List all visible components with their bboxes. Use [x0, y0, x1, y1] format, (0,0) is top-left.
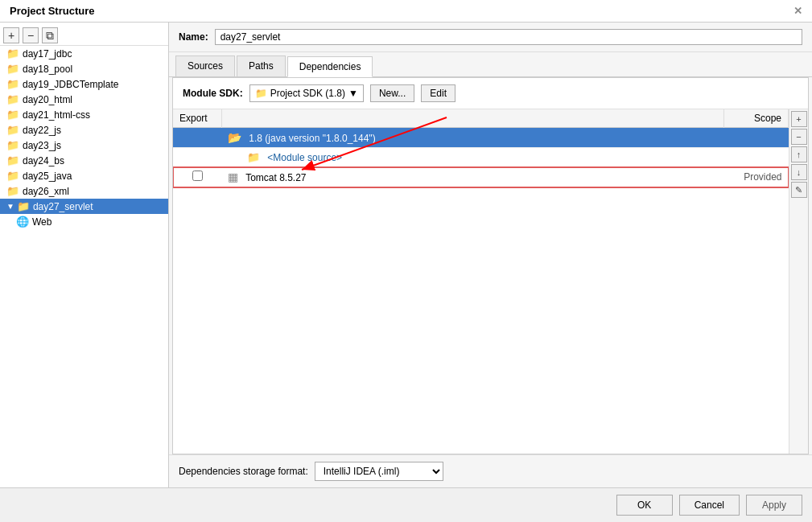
sidebar-item-day27[interactable]: ▼ 📁 day27_servlet — [0, 199, 168, 214]
storage-label: Dependencies storage format: — [179, 466, 308, 477]
folder-icon: 📁 — [6, 78, 19, 90]
folder-icon: 📁 — [6, 47, 19, 60]
sidebar-item-day25[interactable]: 📁 day25_java — [0, 168, 168, 183]
sidebar-item-web[interactable]: 🌐 Web — [0, 214, 168, 229]
sidebar: + − ⧉ 📁 day17_jdbc 📁 day18_pool 📁 day19_… — [0, 23, 169, 487]
footer-bar: OK Cancel Apply — [0, 487, 812, 522]
dep-scope-cell: Provided — [724, 167, 789, 187]
dep-name-cell: ▦ Tomcat 8.5.27 — [221, 167, 724, 187]
dep-label: 1.8 (java version "1.8.0_144") — [249, 133, 375, 144]
close-icon[interactable]: ✕ — [793, 5, 802, 17]
dep-name-cell: 📁 <Module source> — [221, 148, 724, 167]
name-col-header — [221, 109, 724, 128]
sidebar-item-label: day24_bs — [23, 155, 64, 166]
sidebar-item-label: day27_servlet — [33, 201, 93, 212]
web-icon: 🌐 — [16, 216, 29, 228]
dep-label: Tomcat 8.5.27 — [245, 172, 306, 183]
export-col-header: Export — [173, 109, 221, 128]
sdk-select[interactable]: 📁 Project SDK (1.8) ▼ — [249, 84, 364, 102]
expand-chevron: ▼ — [6, 202, 14, 211]
sidebar-item-day22[interactable]: 📁 day22_js — [0, 122, 168, 138]
remove-dep-button[interactable]: − — [791, 129, 807, 145]
content-panel: Name: Sources Paths Dependencies Module … — [169, 23, 812, 487]
storage-bar: Dependencies storage format: IntelliJ ID… — [169, 454, 812, 487]
window-title: Project Structure — [10, 5, 94, 17]
dropdown-icon: ▼ — [348, 88, 358, 99]
dependencies-table: Export Scope 📂 1.8 (java — [173, 109, 789, 187]
sidebar-item-day17[interactable]: 📁 day17_jdbc — [0, 46, 168, 61]
edit-sdk-button[interactable]: Edit — [421, 84, 455, 102]
jdk-icon: 📂 — [228, 131, 241, 144]
folder-icon: 📁 — [6, 93, 19, 105]
tab-sources[interactable]: Sources — [175, 55, 235, 76]
sidebar-toolbar: + − ⧉ — [0, 26, 168, 46]
tomcat-icon: ▦ — [228, 171, 238, 183]
sidebar-item-label: Web — [32, 216, 52, 228]
sidebar-item-day21[interactable]: 📁 day21_html-css — [0, 107, 168, 122]
table-row[interactable]: 📁 <Module source> — [173, 148, 789, 167]
tab-content-dependencies: Module SDK: 📁 Project SDK (1.8) ▼ New...… — [172, 77, 809, 454]
dep-label: <Module source> — [267, 152, 342, 163]
module-sdk-bar: Module SDK: 📁 Project SDK (1.8) ▼ New...… — [173, 78, 808, 109]
sidebar-item-day23[interactable]: 📁 day23_js — [0, 138, 168, 153]
edit-dep-button[interactable]: ✎ — [791, 182, 807, 198]
ok-button[interactable]: OK — [616, 495, 673, 516]
tab-paths[interactable]: Paths — [237, 55, 286, 76]
dependencies-area: Export Scope 📂 1.8 (java — [173, 109, 808, 454]
name-input[interactable] — [215, 29, 802, 45]
sidebar-item-label: day26_xml — [23, 186, 69, 197]
apply-button[interactable]: Apply — [746, 495, 802, 516]
table-row[interactable]: ▦ Tomcat 8.5.27 Provided — [173, 167, 789, 187]
sidebar-item-day19[interactable]: 📁 day19_JDBCTemplate — [0, 76, 168, 92]
move-up-button[interactable]: ↑ — [791, 146, 807, 162]
folder-icon: 📁 — [6, 170, 19, 182]
folder-icon: 📁 — [6, 63, 19, 75]
sidebar-item-day24[interactable]: 📁 day24_bs — [0, 153, 168, 168]
dep-scope-cell — [724, 128, 789, 148]
sidebar-item-label: day25_java — [23, 171, 72, 182]
table-row[interactable]: 📂 1.8 (java version "1.8.0_144") — [173, 128, 789, 148]
sidebar-item-label: day21_html-css — [23, 109, 90, 121]
sidebar-item-label: day19_JDBCTemplate — [23, 79, 118, 90]
cancel-button[interactable]: Cancel — [679, 495, 740, 516]
export-checkbox[interactable] — [192, 171, 203, 181]
folder-icon: 📁 — [6, 124, 19, 136]
sidebar-item-label: day20_html — [23, 94, 72, 105]
export-checkbox-cell — [173, 128, 221, 148]
title-bar: Project Structure ✕ — [0, 0, 812, 23]
folder-icon: 📁 — [17, 200, 30, 212]
folder-icon: 📁 — [6, 185, 19, 197]
right-toolbar: + − ↑ ↓ ✎ — [789, 109, 808, 454]
dep-table-wrap: Export Scope 📂 1.8 (java — [173, 109, 789, 454]
sidebar-item-label: day23_js — [23, 140, 61, 151]
sidebar-item-label: day22_js — [23, 125, 61, 136]
sidebar-item-label: day18_pool — [23, 64, 72, 75]
folder-icon: 📁 — [6, 139, 19, 151]
tabs-bar: Sources Paths Dependencies — [169, 52, 812, 77]
copy-module-button[interactable]: ⧉ — [42, 27, 58, 43]
name-label: Name: — [179, 31, 208, 43]
folder-icon: 📁 — [6, 109, 19, 121]
add-dep-button[interactable]: + — [791, 111, 807, 127]
module-sdk-label: Module SDK: — [183, 88, 243, 99]
sidebar-item-label: day17_jdbc — [23, 48, 72, 60]
scope-col-header: Scope — [724, 109, 789, 128]
sidebar-item-day20[interactable]: 📁 day20_html — [0, 92, 168, 107]
new-sdk-button[interactable]: New... — [370, 84, 414, 102]
name-bar: Name: — [169, 23, 812, 52]
add-module-button[interactable]: + — [3, 27, 19, 43]
sidebar-item-day26[interactable]: 📁 day26_xml — [0, 183, 168, 199]
storage-select[interactable]: IntelliJ IDEA (.iml) Maven Gradle — [315, 462, 443, 481]
export-checkbox-cell[interactable] — [173, 167, 221, 187]
sdk-value: Project SDK (1.8) — [270, 88, 345, 99]
folder-icon: 📁 — [6, 154, 19, 166]
sidebar-item-day18[interactable]: 📁 day18_pool — [0, 61, 168, 76]
dep-name-cell: 📂 1.8 (java version "1.8.0_144") — [221, 128, 724, 148]
remove-module-button[interactable]: − — [23, 27, 39, 43]
source-icon: 📁 — [247, 151, 260, 163]
dep-scope-cell — [724, 148, 789, 167]
tab-dependencies[interactable]: Dependencies — [287, 56, 373, 77]
folder-icon: 📁 — [255, 88, 267, 99]
export-checkbox-cell — [173, 148, 221, 167]
move-down-button[interactable]: ↓ — [791, 164, 807, 180]
